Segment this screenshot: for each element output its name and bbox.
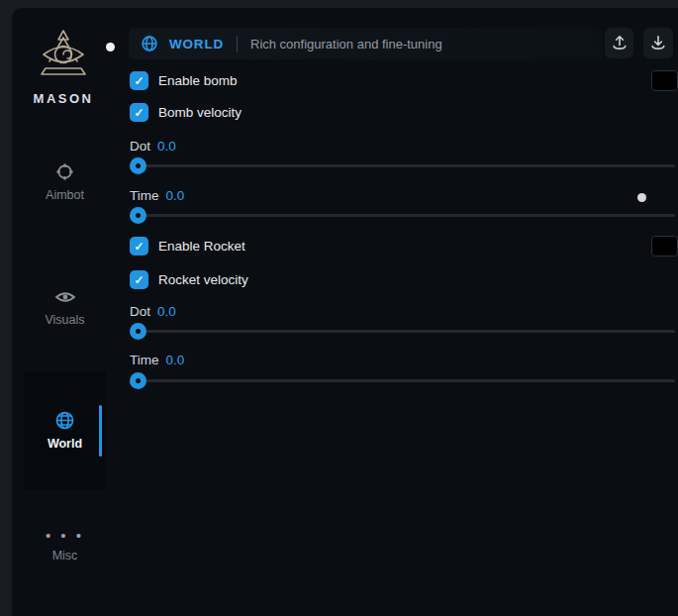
eye-icon bbox=[54, 287, 76, 307]
slider-name: Time bbox=[130, 353, 159, 367]
bomb-velocity-checkbox[interactable]: ✓ bbox=[130, 103, 148, 122]
mason-logo-icon bbox=[38, 28, 89, 83]
header-divider bbox=[237, 36, 238, 52]
checkbox-label: Enable bomb bbox=[158, 73, 238, 88]
slider-value: 0.0 bbox=[166, 353, 185, 367]
page-title: WORLD bbox=[169, 37, 224, 51]
enable-bomb-checkbox[interactable]: ✓ bbox=[130, 71, 148, 90]
bomb-time-slider-handle[interactable] bbox=[130, 207, 146, 224]
check-icon: ✓ bbox=[134, 75, 144, 87]
check-icon: ✓ bbox=[134, 107, 144, 119]
page-subtitle: Rich configuration and fine-tuning bbox=[250, 37, 442, 51]
checkbox-row: ✓ Enable bomb bbox=[130, 71, 238, 90]
sidebar-item-label: World bbox=[48, 437, 82, 451]
cursor-dot bbox=[106, 43, 115, 51]
check-icon: ✓ bbox=[134, 241, 144, 253]
checkbox-label: Rocket velocity bbox=[158, 272, 248, 287]
crosshair-icon bbox=[54, 161, 75, 182]
page-header: WORLD Rich configuration and fine-tuning bbox=[129, 28, 603, 59]
slider-label: Time 0.0 bbox=[130, 353, 184, 367]
bomb-time-slider-track[interactable] bbox=[130, 214, 675, 217]
sidebar-item-visuals[interactable]: Visuals bbox=[24, 287, 106, 327]
cheat-menu-window: MASON Aimbot Visuals World bbox=[12, 8, 678, 616]
globe-icon bbox=[141, 35, 158, 52]
sidebar-item-label: Visuals bbox=[45, 313, 84, 327]
enable-rocket-checkbox[interactable]: ✓ bbox=[130, 237, 148, 256]
slider-label: Time 0.0 bbox=[130, 188, 184, 203]
checkbox-label: Bomb velocity bbox=[158, 105, 242, 120]
slider-name: Dot bbox=[130, 304, 150, 319]
sidebar-item-world[interactable]: World bbox=[24, 372, 106, 489]
slider-value: 0.0 bbox=[157, 139, 176, 154]
cursor-dot bbox=[637, 193, 646, 202]
bomb-color-swatch[interactable] bbox=[651, 70, 678, 91]
sidebar-item-label: Misc bbox=[52, 549, 78, 563]
upload-config-button[interactable] bbox=[605, 28, 633, 58]
app-root: MASON Aimbot Visuals World bbox=[0, 0, 678, 616]
checkbox-label: Enable Rocket bbox=[158, 239, 245, 254]
download-icon bbox=[650, 35, 666, 51]
slider-value: 0.0 bbox=[166, 188, 185, 203]
rocket-dot-slider-handle[interactable] bbox=[130, 323, 146, 340]
bomb-dot-slider-handle[interactable] bbox=[130, 157, 146, 174]
sidebar-item-label: Aimbot bbox=[46, 188, 84, 202]
rocket-time-slider-track[interactable] bbox=[130, 379, 675, 382]
rocket-time-slider-handle[interactable] bbox=[130, 372, 146, 389]
sidebar-item-misc[interactable]: • • • Misc bbox=[24, 529, 106, 563]
check-icon: ✓ bbox=[134, 274, 144, 286]
rocket-color-swatch[interactable] bbox=[651, 236, 678, 257]
rocket-velocity-checkbox[interactable]: ✓ bbox=[130, 270, 148, 289]
sidebar-item-aimbot[interactable]: Aimbot bbox=[24, 161, 106, 202]
checkbox-row: ✓ Rocket velocity bbox=[130, 270, 248, 289]
slider-label: Dot 0.0 bbox=[130, 139, 176, 154]
ellipsis-icon: • • • bbox=[46, 529, 84, 543]
upload-icon bbox=[612, 35, 628, 51]
slider-name: Time bbox=[130, 188, 159, 203]
active-tab-indicator bbox=[99, 405, 102, 457]
slider-label: Dot 0.0 bbox=[130, 304, 176, 319]
bomb-dot-slider-track[interactable] bbox=[130, 164, 675, 167]
slider-name: Dot bbox=[130, 139, 150, 154]
rocket-dot-slider-track[interactable] bbox=[130, 330, 675, 333]
checkbox-row: ✓ Bomb velocity bbox=[130, 103, 242, 122]
globe-icon bbox=[54, 410, 75, 431]
checkbox-row: ✓ Enable Rocket bbox=[130, 237, 245, 256]
slider-value: 0.0 bbox=[157, 304, 176, 319]
download-config-button[interactable] bbox=[643, 28, 673, 58]
brand-name: MASON bbox=[12, 91, 115, 106]
